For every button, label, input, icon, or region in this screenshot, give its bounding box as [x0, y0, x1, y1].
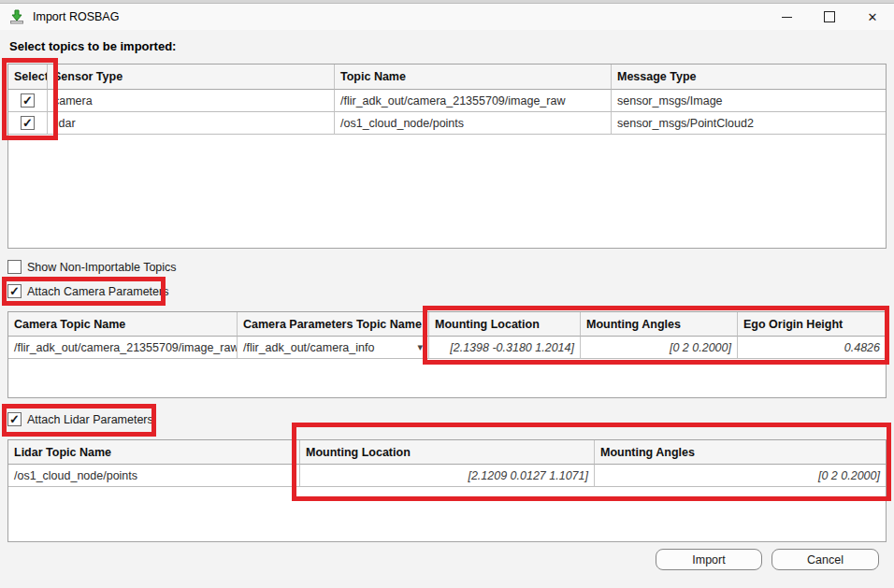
camera-sensor-type: camera	[48, 90, 335, 112]
lidar-mounting-location-field[interactable]: [2.1209 0.0127 1.1071]	[300, 465, 595, 487]
col-header-camera-mounting-angles: Mounting Angles	[581, 312, 738, 337]
col-header-camera-mounting-location: Mounting Location	[429, 312, 581, 337]
attach-camera-option[interactable]: ✓ Attach Camera Parameters	[7, 284, 168, 298]
attach-lidar-option[interactable]: ✓ Attach Lidar Parameters	[7, 412, 153, 426]
col-header-camera-topic-name: Camera Topic Name	[8, 312, 238, 337]
lidar-parameters-table: Lidar Topic Name Mounting Location Mount…	[7, 439, 887, 542]
lidar-message-type: sensor_msgs/PointCloud2	[612, 112, 886, 135]
close-button[interactable]: ✕	[851, 4, 894, 30]
camera-parameters-row: /flir_adk_out/camera_21355709/image_raw …	[8, 337, 886, 359]
lidar-parameters-row: /os1_cloud_node/points [2.1209 0.0127 1.…	[8, 465, 886, 487]
col-header-select: Select	[8, 65, 48, 90]
topics-table: Select Sensor Type Topic Name Message Ty…	[7, 64, 887, 249]
import-icon	[9, 9, 25, 24]
attach-camera-label: Attach Camera Parameters	[27, 285, 168, 298]
lidar-sensor-type: lidar	[48, 112, 335, 135]
col-header-lidar-mounting-location: Mounting Location	[300, 440, 595, 465]
import-button[interactable]: Import	[656, 549, 762, 570]
cancel-button[interactable]: Cancel	[771, 549, 879, 570]
col-header-message-type: Message Type	[612, 65, 886, 90]
camera-mounting-location-field[interactable]: [2.1398 -0.3180 1.2014]	[429, 337, 581, 359]
show-non-importable-label: Show Non-Importable Topics	[27, 261, 177, 274]
import-rosbag-dialog: { "colors": { "annotation": "#e32227" },…	[0, 0, 894, 588]
show-non-importable-checkbox[interactable]	[7, 260, 22, 274]
camera-params-topic-dropdown[interactable]: /flir_adk_out/camera_info ▾	[238, 337, 429, 359]
col-header-lidar-mounting-angles: Mounting Angles	[595, 440, 886, 465]
table-row-lidar[interactable]: ✓ lidar /os1_cloud_node/points sensor_ms…	[8, 112, 886, 135]
camera-table-header: Camera Topic Name Camera Parameters Topi…	[8, 312, 886, 337]
camera-message-type: sensor_msgs/Image	[612, 90, 886, 112]
col-header-topic-name: Topic Name	[335, 65, 612, 90]
lidar-mounting-angles-field[interactable]: [0 2 0.2000]	[595, 465, 886, 487]
table-row-camera[interactable]: ✓ camera /flir_adk_out/camera_21355709/i…	[8, 90, 886, 112]
window-title: Import ROSBAG	[33, 10, 119, 23]
titlebar: Import ROSBAG ✕	[0, 4, 894, 30]
maximize-button[interactable]	[808, 4, 851, 30]
lidar-select-checkbox[interactable]: ✓	[21, 116, 35, 130]
camera-params-topic-name: /flir_adk_out/camera_21355709/image_raw	[8, 337, 238, 359]
lidar-topic-name: /os1_cloud_node/points	[335, 112, 612, 135]
col-header-sensor-type: Sensor Type	[48, 65, 335, 90]
camera-parameters-table: Camera Topic Name Camera Parameters Topi…	[7, 311, 887, 398]
page-title: Select topics to be imported:	[9, 39, 176, 53]
col-header-lidar-topic-name: Lidar Topic Name	[8, 440, 300, 465]
dropdown-arrow-icon: ▾	[417, 341, 423, 353]
lidar-params-topic-name: /os1_cloud_node/points	[8, 465, 300, 487]
minimize-icon	[782, 17, 792, 18]
lidar-table-header: Lidar Topic Name Mounting Location Mount…	[8, 440, 886, 465]
col-header-ego-origin-height: Ego Origin Height	[738, 312, 886, 337]
camera-mounting-angles-field[interactable]: [0 2 0.2000]	[581, 337, 738, 359]
camera-topic-name: /flir_adk_out/camera_21355709/image_raw	[335, 90, 612, 112]
close-icon: ✕	[868, 11, 878, 23]
show-non-importable-option[interactable]: Show Non-Importable Topics	[7, 260, 177, 274]
attach-lidar-checkbox[interactable]: ✓	[7, 412, 22, 426]
topics-table-header: Select Sensor Type Topic Name Message Ty…	[8, 65, 886, 90]
minimize-button[interactable]	[765, 4, 808, 30]
attach-lidar-label: Attach Lidar Parameters	[27, 413, 153, 426]
attach-camera-checkbox[interactable]: ✓	[7, 284, 22, 298]
maximize-icon	[824, 11, 835, 22]
col-header-camera-params-topic: Camera Parameters Topic Name	[238, 312, 429, 337]
ego-origin-height-field[interactable]: 0.4826	[738, 337, 886, 359]
camera-select-checkbox[interactable]: ✓	[21, 93, 35, 108]
